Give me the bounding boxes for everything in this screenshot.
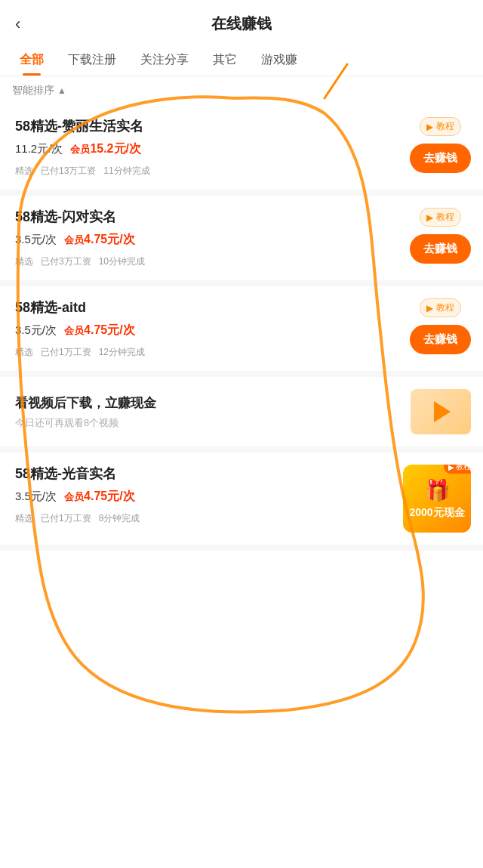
card-1: 58精选-赞丽生活实名 11.2元/次 会员15.2元/次 精选 已付13万工资… bbox=[0, 105, 483, 196]
card-1-tag-2: 11分钟完成 bbox=[103, 165, 149, 178]
card-3-tutorial-btn[interactable]: ▶ 教程 bbox=[420, 298, 461, 317]
video-subtitle: 今日还可再观看8个视频 bbox=[15, 416, 401, 430]
card-1-right: ▶ 教程 去赚钱 bbox=[401, 117, 471, 178]
card-2-title: 58精选-闪对实名 bbox=[15, 208, 401, 226]
card-3-earn-btn[interactable]: 去赚钱 bbox=[410, 325, 471, 354]
play-icon bbox=[434, 401, 451, 422]
card-3: 58精选-aitd 3.5元/次 会员4.75元/次 精选 已付1万工资 12分… bbox=[0, 286, 483, 377]
tab-all[interactable]: 全部 bbox=[8, 45, 56, 76]
card-1-price-vip: 会员15.2元/次 bbox=[70, 141, 141, 157]
play-circle-icon-3: ▶ bbox=[426, 303, 433, 314]
cash-tutorial-badge: ▶ 教程 bbox=[444, 465, 471, 474]
card-1-price-row: 11.2元/次 会员15.2元/次 bbox=[15, 141, 401, 157]
card-2-tutorial-btn[interactable]: ▶ 教程 bbox=[420, 208, 461, 227]
card-last-tag-1: 已付1万工资 bbox=[41, 512, 91, 525]
sort-bar[interactable]: 智能排序 ▲ bbox=[0, 76, 483, 105]
play-circle-icon-2: ▶ bbox=[426, 212, 433, 223]
card-2-left: 58精选-闪对实名 3.5元/次 会员4.75元/次 精选 已付3万工资 10分… bbox=[15, 208, 401, 268]
cash-badge-bg: ▶ 教程 🎁 2000元现金 bbox=[403, 465, 471, 533]
card-2-right: ▶ 教程 去赚钱 bbox=[401, 208, 471, 268]
card-2-price-row: 3.5元/次 会员4.75元/次 bbox=[15, 232, 401, 248]
card-1-title: 58精选-赞丽生活实名 bbox=[15, 117, 401, 135]
card-2-price-normal: 3.5元/次 bbox=[15, 233, 57, 247]
tab-download[interactable]: 下载注册 bbox=[56, 45, 128, 76]
tab-follow[interactable]: 关注分享 bbox=[128, 45, 201, 76]
card-1-tutorial-btn[interactable]: ▶ 教程 bbox=[420, 117, 461, 136]
video-card-left: 看视频后下载，立赚现金 今日还可再观看8个视频 bbox=[15, 394, 401, 430]
play-circle-icon-last: ▶ bbox=[448, 465, 454, 471]
card-1-tag-1: 已付13万工资 bbox=[41, 165, 96, 178]
card-last: 58精选-光音实名 3.5元/次 会员4.75元/次 精选 已付1万工资 8分钟… bbox=[0, 453, 483, 551]
card-3-tutorial-label: 教程 bbox=[436, 301, 454, 314]
card-last-title: 58精选-光音实名 bbox=[15, 465, 394, 483]
card-3-right: ▶ 教程 去赚钱 bbox=[401, 298, 471, 359]
card-last-tags: 精选 已付1万工资 8分钟完成 bbox=[15, 512, 394, 525]
tab-other[interactable]: 其它 bbox=[201, 45, 249, 76]
tab-game[interactable]: 游戏赚 bbox=[249, 45, 309, 76]
card-2-tag-2: 10分钟完成 bbox=[99, 255, 145, 268]
back-button[interactable]: ‹ bbox=[15, 14, 20, 34]
card-last-left: 58精选-光音实名 3.5元/次 会员4.75元/次 精选 已付1万工资 8分钟… bbox=[15, 465, 394, 533]
card-3-price-normal: 3.5元/次 bbox=[15, 323, 57, 338]
card-2-vip-label: 会员 bbox=[64, 234, 84, 246]
card-3-title: 58精选-aitd bbox=[15, 298, 401, 317]
card-2-tag-0: 精选 bbox=[15, 255, 33, 268]
page-title: 在线赚钱 bbox=[211, 14, 272, 34]
card-1-tutorial-label: 教程 bbox=[436, 120, 454, 133]
card-last-tag-2: 8分钟完成 bbox=[99, 512, 140, 525]
card-last-tag-0: 精选 bbox=[15, 512, 33, 525]
cash-icon: 🎁 bbox=[424, 478, 451, 503]
card-last-price-row: 3.5元/次 会员4.75元/次 bbox=[15, 489, 394, 505]
video-title: 看视频后下载，立赚现金 bbox=[15, 394, 401, 412]
card-2-tutorial-label: 教程 bbox=[436, 211, 454, 224]
card-2-price-vip: 会员4.75元/次 bbox=[64, 232, 135, 248]
cash-badge[interactable]: ▶ 教程 🎁 2000元现金 bbox=[403, 465, 471, 533]
card-3-tag-1: 已付1万工资 bbox=[41, 346, 91, 359]
cash-tutorial-label: 教程 bbox=[456, 465, 471, 472]
card-3-tag-0: 精选 bbox=[15, 346, 33, 359]
card-3-price-row: 3.5元/次 会员4.75元/次 bbox=[15, 323, 401, 338]
card-last-price-normal: 3.5元/次 bbox=[15, 490, 57, 504]
card-1-left: 58精选-赞丽生活实名 11.2元/次 会员15.2元/次 精选 已付13万工资… bbox=[15, 117, 401, 178]
video-thumbnail[interactable] bbox=[411, 389, 471, 434]
header: ‹ 在线赚钱 bbox=[0, 0, 483, 45]
card-1-tags: 精选 已付13万工资 11分钟完成 bbox=[15, 165, 401, 178]
card-last-price-vip: 会员4.75元/次 bbox=[64, 489, 135, 505]
card-1-tag-0: 精选 bbox=[15, 165, 33, 178]
card-1-earn-btn[interactable]: 去赚钱 bbox=[410, 144, 471, 173]
card-2-tags: 精选 已付3万工资 10分钟完成 bbox=[15, 255, 401, 268]
card-last-right: ▶ 教程 🎁 2000元现金 bbox=[394, 465, 471, 533]
play-circle-icon: ▶ bbox=[426, 122, 433, 132]
cash-amount: 2000元现金 bbox=[409, 506, 464, 520]
card-3-left: 58精选-aitd 3.5元/次 会员4.75元/次 精选 已付1万工资 12分… bbox=[15, 298, 401, 359]
card-1-vip-label: 会员 bbox=[70, 144, 90, 155]
card-last-vip-label: 会员 bbox=[64, 491, 84, 502]
sort-icon: ▲ bbox=[57, 85, 66, 96]
card-3-tag-2: 12分钟完成 bbox=[99, 346, 145, 359]
card-3-price-vip: 会员4.75元/次 bbox=[64, 323, 135, 338]
nav-tabs: 全部 下载注册 关注分享 其它 游戏赚 bbox=[0, 45, 483, 76]
card-2-tag-1: 已付3万工资 bbox=[41, 255, 91, 268]
card-2: 58精选-闪对实名 3.5元/次 会员4.75元/次 精选 已付3万工资 10分… bbox=[0, 196, 483, 286]
card-1-price-normal: 11.2元/次 bbox=[15, 142, 63, 156]
sort-label: 智能排序 bbox=[12, 84, 54, 97]
card-3-tags: 精选 已付1万工资 12分钟完成 bbox=[15, 346, 401, 359]
card-2-earn-btn[interactable]: 去赚钱 bbox=[410, 234, 471, 264]
card-3-vip-label: 会员 bbox=[64, 325, 84, 336]
video-card[interactable]: 看视频后下载，立赚现金 今日还可再观看8个视频 bbox=[0, 377, 483, 453]
